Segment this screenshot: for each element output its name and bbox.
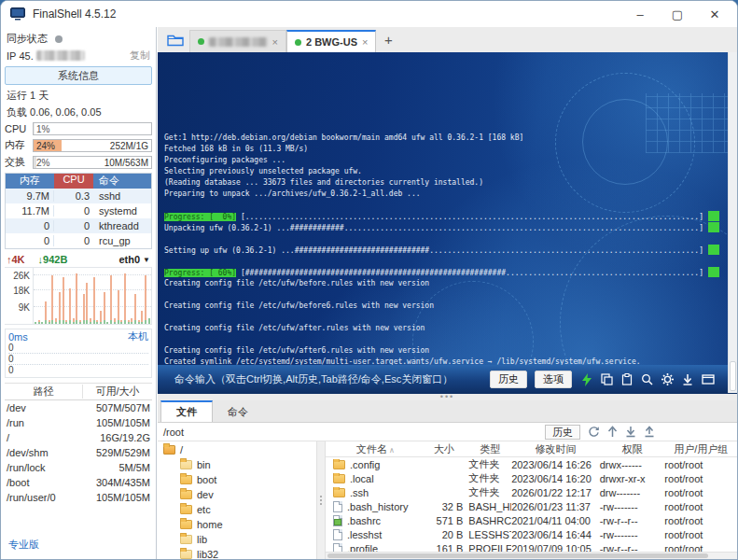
tree-splitter[interactable] [316,441,326,559]
paste-icon[interactable] [621,373,633,385]
traffic-bar [38,268,40,324]
upload-bar [69,288,71,324]
search-icon[interactable] [641,373,653,385]
disk-row[interactable]: /run105M/105M [5,415,152,430]
copy-icon[interactable] [601,373,613,385]
download-file-icon[interactable] [625,426,636,438]
disk-cell: /dev [5,402,83,413]
disk-row[interactable]: /run/lock5M/5M [5,460,152,475]
maximize-button[interactable]: ▢ [659,1,696,27]
history-button[interactable]: 历史 [490,371,527,388]
current-path[interactable]: /root [163,427,184,438]
disk-row[interactable]: /dev507M/507M [5,400,152,415]
column-header[interactable]: 用户/用户组 [664,442,737,456]
session-tab-redacted[interactable]: × [189,30,286,52]
meter-detail: 252M/1G [110,141,148,151]
process-cell: 0 [54,235,93,246]
close-button[interactable]: ✕ [696,1,733,27]
terminal-text: Creating config file /etc/ufw/after.rule… [164,324,425,332]
panel-splitter[interactable]: ••• [158,394,737,400]
path-bar[interactable]: /root 历史 [158,423,737,441]
disk-row[interactable]: /16G/19.2G [5,430,152,445]
tree-item-home[interactable]: home [158,517,316,532]
connect-lightning-icon[interactable] [581,373,592,386]
minimize-button[interactable]: – [621,1,659,27]
traffic-bar [65,268,67,324]
download-bar [51,320,53,324]
new-tab-button[interactable]: + [376,27,400,52]
traffic-bar [93,268,95,324]
disk-cell: 105M/105M [83,417,152,428]
terminal-scrollbar[interactable] [728,52,737,393]
file-row[interactable]: .bashrc571 BBASHRC ...2021/04/11 04:00-r… [326,513,737,527]
tree-item-root[interactable]: / [158,442,316,457]
file-cell: 20 B [425,529,469,540]
command-input-bar[interactable]: 命令输入（双击Ctrl切换,Alt历史,Tab路径/命令,Esc关闭窗口） 历史… [158,365,737,394]
tree-item-bin[interactable]: bin [158,457,316,472]
disk-row[interactable]: /boot304M/435M [5,475,152,490]
tree-item-lib32[interactable]: lib32 [158,547,316,559]
tab-files[interactable]: 文件 [160,400,213,422]
traffic-bar [76,268,77,324]
close-tab-icon[interactable]: × [362,36,368,48]
new-window-icon[interactable] [702,374,715,385]
interface-select[interactable]: eth0 [118,254,140,265]
column-header[interactable]: 权限 [600,442,665,456]
download-arrow-icon[interactable] [682,373,693,385]
splitter-handle[interactable]: ••• [440,395,454,399]
disk-col-header: 路径 [5,385,83,399]
tree-item-lib[interactable]: lib [158,532,316,547]
file-cell: -rw------- [600,529,665,540]
refresh-icon[interactable] [588,426,600,438]
process-row[interactable]: 00kthreadd [6,218,151,233]
horizontal-scrollbar[interactable] [326,552,737,559]
terminal[interactable]: Get:1 http://deb.debian.org/debian bookw… [158,52,737,365]
progress-highlight: Progress: [ 60%] [164,269,236,277]
column-header[interactable]: 类型 [468,442,511,456]
tree-item-dev[interactable]: dev [158,487,316,502]
session-tab-active[interactable]: 2 BWG-US × [286,30,376,52]
file-row[interactable]: .ssh文件夹2026/01/22 12:17drw-------root/ro… [326,485,737,499]
gear-icon[interactable] [661,373,674,385]
process-row[interactable]: 00rcu_gp [6,233,151,248]
column-header[interactable]: 文件名 ∧ [326,442,425,456]
tree-item-label: bin [197,459,211,470]
tree-item-etc[interactable]: etc [158,502,316,517]
tab-commands[interactable]: 命令 [213,402,263,422]
process-col-header: CPU [54,174,93,189]
terminal-text: ############################## [295,246,430,255]
tree-item-boot[interactable]: boot [158,472,316,487]
scrollbar-thumb[interactable] [327,553,708,558]
process-row[interactable]: 9.7M0.3sshd [6,189,151,203]
meter-label: CPU [5,123,33,134]
download-bar [83,320,85,324]
column-header[interactable]: 修改时间 [511,442,600,456]
scrollbar-thumb[interactable] [730,361,736,391]
copy-ip-button[interactable]: 复制 [130,49,150,63]
file-row[interactable]: .lesshst20 BLESSHST ...2023/06/14 16:44-… [326,527,737,541]
process-row[interactable]: 11.7M0systemd [6,203,151,218]
upload-file-icon[interactable] [644,426,655,438]
options-button[interactable]: 选项 [535,371,572,388]
file-name-cell: .bash_history [326,501,425,512]
download-bar [45,320,47,324]
download-bar [69,320,71,324]
close-tab-icon[interactable]: × [272,36,278,48]
disk-row[interactable]: /dev/shm529M/529M [5,445,152,460]
file-row[interactable]: .local文件夹2023/06/14 16:20drwxr-xr-xroot/… [326,471,737,485]
file-row[interactable]: .bash_history32 BBASH_HI...2026/01/23 11… [326,499,737,513]
ping-host[interactable]: 本机 [128,329,148,343]
chevron-down-icon[interactable]: ▼ [143,256,150,264]
disk-row[interactable]: /run/user/0105M/105M [5,490,152,505]
column-header[interactable]: 大小 [425,442,469,456]
system-info-button[interactable]: 系统信息 [5,66,152,85]
download-bar [141,322,143,324]
directory-tree: /binbootdevetchomeliblib32 [158,441,316,559]
terminal-text: [ [236,213,245,221]
up-directory-icon[interactable] [607,426,618,438]
open-connections-button[interactable] [161,27,189,52]
meter-bar: 24%252M/1G [33,139,152,152]
ping-latency: 0ms [8,331,28,343]
file-row[interactable]: .config文件夹2023/06/14 16:26drwx------root… [326,457,737,471]
path-history-button[interactable]: 历史 [545,425,580,440]
